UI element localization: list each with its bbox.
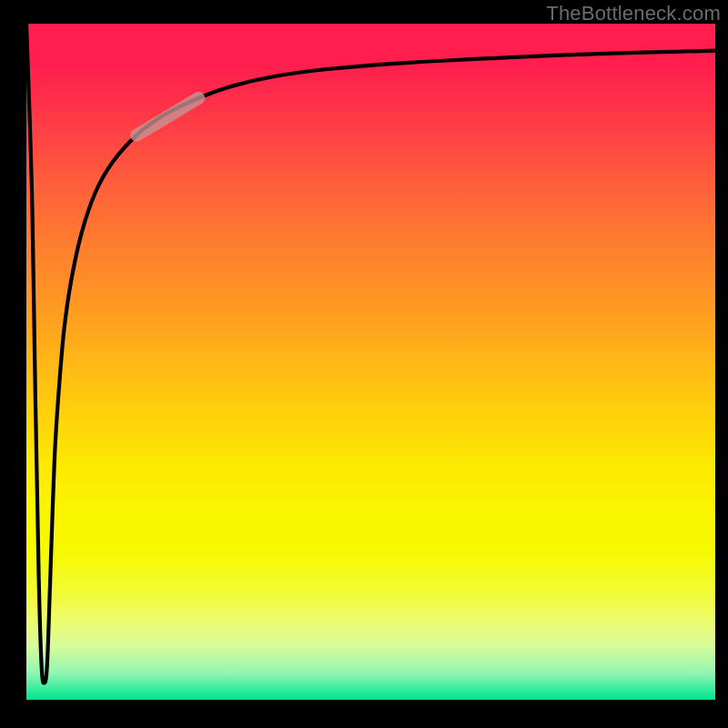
attribution-label: TheBottleneck.com [546, 2, 721, 25]
chart-container: TheBottleneck.com [0, 0, 728, 728]
plot-gradient-background [26, 24, 715, 700]
